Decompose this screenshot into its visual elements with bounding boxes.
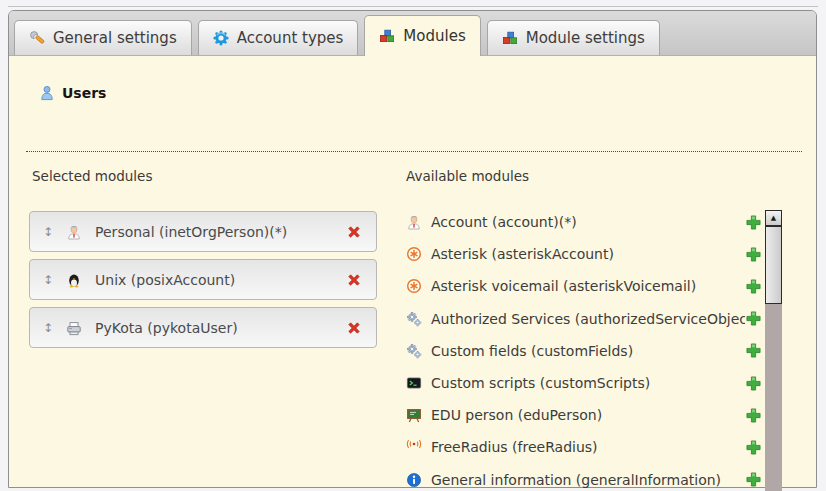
terminal-icon [406, 375, 422, 391]
module-label: General information (generalInformation) [431, 472, 745, 488]
available-modules-list: Account (account)(*)Asterisk (asteriskAc… [406, 206, 762, 491]
users-section-header: Users [39, 85, 106, 101]
add-module-button[interactable] [745, 375, 762, 392]
printer-icon [66, 320, 82, 336]
gears-icon [406, 311, 422, 327]
selected-modules-label: Selected modules [32, 168, 152, 184]
available-module-asterisk-voicemail: Asterisk voicemail (asteriskVoicemail) [406, 270, 762, 302]
available-module-authorized-services: Authorized Services (authorizedServiceOb… [406, 303, 762, 335]
module-label: Custom scripts (customScripts) [431, 375, 745, 391]
available-module-custom-fields: Custom fields (customFields) [406, 335, 762, 367]
gears-icon [406, 343, 422, 359]
top-divider [8, 6, 818, 7]
info-icon [406, 472, 422, 488]
tux-icon [66, 272, 82, 288]
modules-icon [502, 30, 518, 46]
available-modules-label: Available modules [406, 168, 529, 184]
tab-label: Account types [237, 29, 344, 47]
user-icon [39, 85, 55, 101]
antenna-icon [406, 439, 422, 455]
drag-handle-icon[interactable]: ↕ [43, 322, 53, 334]
tab-module-settings[interactable]: Module settings [487, 20, 660, 55]
tab-account-types[interactable]: Account types [198, 20, 359, 55]
available-module-edu-person: EDU person (eduPerson) [406, 399, 762, 431]
wrench-icon [29, 30, 45, 46]
add-module-button[interactable] [745, 278, 762, 295]
drag-handle-icon[interactable]: ↕ [43, 274, 53, 286]
tab-bar: General settingsAccount typesModulesModu… [9, 11, 816, 56]
module-label: Account (account)(*) [431, 214, 745, 230]
available-module-custom-scripts: Custom scripts (customScripts) [406, 367, 762, 399]
person-icon [66, 224, 82, 240]
add-module-button[interactable] [745, 342, 762, 359]
add-module-button[interactable] [745, 310, 762, 327]
module-label: Asterisk (asteriskAccount) [431, 246, 745, 262]
selected-module-unix[interactable]: ↕Unix (posixAccount) [29, 259, 377, 300]
selected-modules-list: ↕Personal (inetOrgPerson)(*)↕Unix (posix… [29, 211, 377, 355]
remove-module-button[interactable] [345, 223, 363, 241]
tab-general-settings[interactable]: General settings [14, 20, 192, 55]
tab-label: Module settings [526, 29, 645, 47]
asterisk-icon [406, 246, 422, 262]
chalkboard-icon [406, 407, 422, 423]
module-label: Unix (posixAccount) [95, 272, 345, 288]
add-module-button[interactable] [745, 246, 762, 263]
module-label: PyKota (pykotaUser) [95, 320, 345, 336]
tab-modules[interactable]: Modules [364, 15, 480, 56]
person-icon [406, 214, 422, 230]
section-title: Users [62, 85, 106, 101]
module-label: Personal (inetOrgPerson)(*) [95, 224, 345, 240]
modules-content: Users Selected modules Available modules… [9, 56, 816, 487]
modules-icon [379, 28, 395, 44]
section-divider [26, 151, 802, 152]
module-label: Asterisk voicemail (asteriskVoicemail) [431, 278, 745, 294]
tab-label: Modules [403, 27, 465, 45]
add-module-button[interactable] [745, 439, 762, 456]
module-label: EDU person (eduPerson) [431, 407, 745, 423]
selected-module-pykota[interactable]: ↕PyKota (pykotaUser) [29, 307, 377, 348]
asterisk-icon [406, 278, 422, 294]
available-module-general-information: General information (generalInformation) [406, 464, 762, 491]
available-module-account: Account (account)(*) [406, 206, 762, 238]
add-module-button[interactable] [745, 471, 762, 488]
scroll-up-button[interactable]: ▲ [765, 210, 782, 226]
selected-module-personal[interactable]: ↕Personal (inetOrgPerson)(*) [29, 211, 377, 252]
config-panel: General settingsAccount typesModulesModu… [8, 10, 817, 488]
remove-module-button[interactable] [345, 319, 363, 337]
account-types-icon [213, 30, 229, 46]
available-modules-scrollbar[interactable]: ▲ ▼ [765, 210, 782, 491]
scrollbar-thumb[interactable] [765, 226, 782, 304]
drag-handle-icon[interactable]: ↕ [43, 226, 53, 238]
add-module-button[interactable] [745, 214, 762, 231]
available-module-asterisk: Asterisk (asteriskAccount) [406, 238, 762, 270]
tab-label: General settings [53, 29, 177, 47]
available-module-freeradius: FreeRadius (freeRadius) [406, 431, 762, 463]
add-module-button[interactable] [745, 407, 762, 424]
module-label: Authorized Services (authorizedServiceOb… [431, 311, 745, 327]
remove-module-button[interactable] [345, 271, 363, 289]
module-label: FreeRadius (freeRadius) [431, 439, 745, 455]
module-label: Custom fields (customFields) [431, 343, 745, 359]
